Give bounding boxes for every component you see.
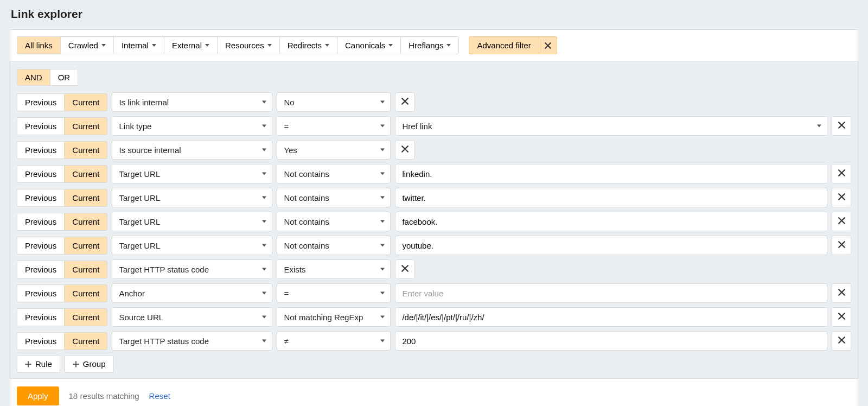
previous-button[interactable]: Previous <box>17 142 65 158</box>
previous-button[interactable]: Previous <box>17 94 65 111</box>
previous-button[interactable]: Previous <box>17 166 65 182</box>
remove-rule-button[interactable] <box>832 116 851 136</box>
select-value: Target URL <box>119 193 160 202</box>
value-input[interactable] <box>395 307 827 327</box>
select-value: Link type <box>119 122 151 131</box>
previous-button[interactable]: Previous <box>17 118 65 135</box>
current-button[interactable]: Current <box>65 309 107 326</box>
field-select[interactable]: Source URL <box>112 307 272 327</box>
field-select[interactable]: Anchor <box>112 283 272 303</box>
operator-select[interactable]: Exists <box>277 259 391 279</box>
chevron-down-icon <box>388 44 393 47</box>
select-value: Href link <box>402 122 432 131</box>
add-group-button[interactable]: Group <box>65 355 114 373</box>
tab-label: All links <box>25 41 53 50</box>
remove-rule-button[interactable] <box>832 331 851 351</box>
previous-button[interactable]: Previous <box>17 213 65 230</box>
current-button[interactable]: Current <box>65 189 107 206</box>
rule-row: PreviousCurrentSource URLNot matching Re… <box>17 307 851 327</box>
reset-link[interactable]: Reset <box>149 391 170 401</box>
tab-canonicals[interactable]: Canonicals <box>337 37 401 54</box>
tab-hreflangs[interactable]: Hreflangs <box>401 37 458 54</box>
remove-rule-button[interactable] <box>832 283 851 303</box>
field-select[interactable]: Target URL <box>112 164 272 183</box>
current-button[interactable]: Current <box>65 94 107 111</box>
tab-label: Crawled <box>68 41 98 50</box>
logic-and-button[interactable]: AND <box>17 69 50 85</box>
previous-button[interactable]: Previous <box>17 237 65 254</box>
current-button[interactable]: Current <box>65 166 107 182</box>
remove-rule-button[interactable] <box>832 212 851 231</box>
operator-select[interactable]: = <box>277 116 391 136</box>
logic-or-button[interactable]: OR <box>50 69 78 85</box>
field-select[interactable]: Link type <box>112 116 272 136</box>
chevron-down-icon <box>262 244 266 247</box>
operator-select[interactable]: Yes <box>277 140 391 160</box>
chevron-down-icon <box>262 101 266 104</box>
tab-external[interactable]: External <box>164 37 218 54</box>
close-icon <box>838 312 846 322</box>
chevron-down-icon <box>380 340 385 342</box>
apply-button[interactable]: Apply <box>17 386 59 405</box>
operator-select[interactable]: Not contains <box>277 188 391 207</box>
remove-rule-button[interactable] <box>395 92 414 112</box>
remove-rule-button[interactable] <box>832 188 851 207</box>
operator-select[interactable]: ≠ <box>277 331 391 351</box>
current-button[interactable]: Current <box>65 213 107 230</box>
advanced-filter-close-button[interactable] <box>539 36 557 54</box>
plus-icon <box>25 361 31 367</box>
value-input[interactable] <box>395 331 827 351</box>
current-button[interactable]: Current <box>65 285 107 302</box>
operator-select[interactable]: Not contains <box>277 164 391 183</box>
select-value: Not contains <box>284 193 329 202</box>
remove-rule-button[interactable] <box>832 236 851 255</box>
value-input[interactable] <box>395 236 827 255</box>
operator-select[interactable]: Not contains <box>277 212 391 231</box>
value-input[interactable] <box>395 283 827 303</box>
tab-crawled[interactable]: Crawled <box>61 37 114 54</box>
previous-button[interactable]: Previous <box>17 309 65 326</box>
operator-select[interactable]: = <box>277 283 391 303</box>
close-icon <box>838 217 846 226</box>
remove-rule-button[interactable] <box>832 307 851 327</box>
tab-redirects[interactable]: Redirects <box>280 37 337 54</box>
field-select[interactable]: Is link internal <box>112 92 272 112</box>
close-icon <box>401 264 409 274</box>
current-button[interactable]: Current <box>65 261 107 278</box>
chevron-down-icon <box>262 196 266 199</box>
remove-rule-button[interactable] <box>395 140 414 160</box>
tab-internal[interactable]: Internal <box>114 37 164 54</box>
value-input[interactable] <box>395 188 827 207</box>
current-button[interactable]: Current <box>65 142 107 158</box>
field-select[interactable]: Target URL <box>112 212 272 231</box>
tab-resources[interactable]: Resources <box>218 37 280 54</box>
operator-select[interactable]: No <box>277 92 391 112</box>
rule-row: PreviousCurrentIs source internalYes <box>17 140 851 160</box>
field-select[interactable]: Target URL <box>112 188 272 207</box>
value-input[interactable] <box>395 164 827 183</box>
advanced-filter-button[interactable]: Advanced filter <box>469 36 538 54</box>
previous-button[interactable]: Previous <box>17 333 65 350</box>
current-button[interactable]: Current <box>65 237 107 254</box>
operator-select[interactable]: Not matching RegExp <box>277 307 391 327</box>
operator-select[interactable]: Not contains <box>277 236 391 255</box>
remove-rule-button[interactable] <box>832 164 851 183</box>
previous-button[interactable]: Previous <box>17 261 65 278</box>
chevron-down-icon <box>267 44 272 47</box>
field-select[interactable]: Is source internal <box>112 140 272 160</box>
current-button[interactable]: Current <box>65 333 107 350</box>
field-select[interactable]: Target HTTP status code <box>112 259 272 279</box>
previous-button[interactable]: Previous <box>17 189 65 206</box>
rule-row: PreviousCurrentTarget URLNot contains <box>17 188 851 207</box>
select-value: Target URL <box>119 241 160 250</box>
field-select[interactable]: Target HTTP status code <box>112 331 272 351</box>
value-input[interactable] <box>395 212 827 231</box>
add-rule-button[interactable]: Rule <box>17 355 60 373</box>
field-select[interactable]: Target URL <box>112 236 272 255</box>
rule-row: PreviousCurrentTarget HTTP status codeEx… <box>17 259 851 279</box>
previous-button[interactable]: Previous <box>17 285 65 302</box>
current-button[interactable]: Current <box>65 118 107 135</box>
remove-rule-button[interactable] <box>395 259 414 279</box>
tab-all-links[interactable]: All links <box>17 37 61 54</box>
value-select[interactable]: Href link <box>395 116 827 136</box>
